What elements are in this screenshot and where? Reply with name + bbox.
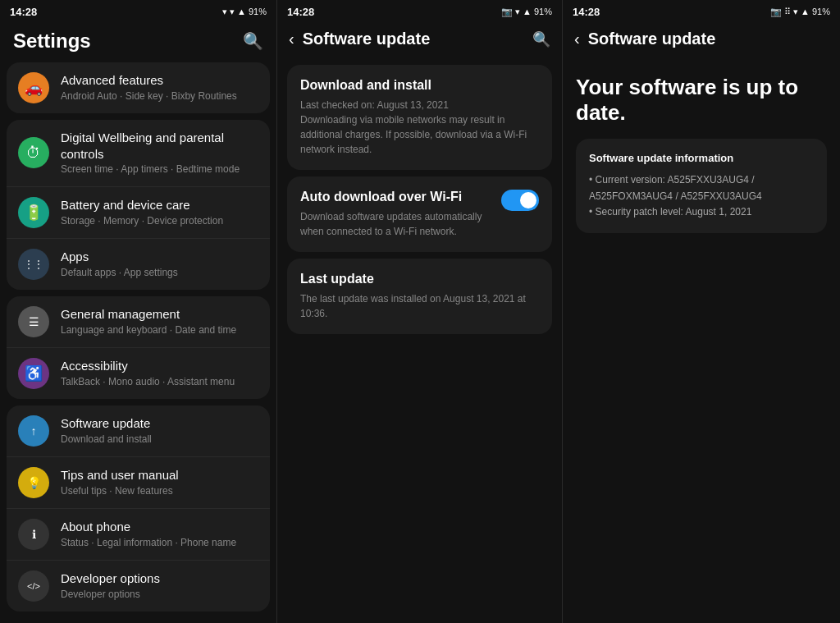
about-icon: ℹ [18, 519, 49, 550]
advanced-title: Advanced features [61, 72, 258, 89]
up-to-date-panel-title: Software update [588, 30, 829, 48]
settings-item-developer[interactable]: </> Developer options Developer options [7, 561, 270, 612]
software-update-subtitle: Download and install [61, 433, 258, 447]
update-info-text: • Current version: A525FXXU3AUG4 / A525F… [589, 172, 814, 220]
up-to-date-panel: 14:28 📷 ⠿ ▾ ▲ 91% ‹ Software update Your… [563, 0, 840, 623]
update-content: Download and install Last checked on: Au… [277, 58, 562, 623]
battery-icon: 🔋 [18, 197, 49, 228]
software-update-panel: 14:28 📷 ▾ ▲ 91% ‹ Software update 🔍 Down… [277, 0, 563, 623]
wellbeing-icon: ⏱ [18, 137, 49, 168]
settings-item-tips[interactable]: 💡 Tips and user manual Useful tips · New… [7, 457, 270, 509]
settings-item-advanced[interactable]: 🚗 Advanced features Android Auto · Side … [7, 62, 270, 113]
status-icons-3: 📷 ⠿ ▾ ▲ 91% [770, 7, 830, 17]
apps-icon: ⋮⋮ [18, 249, 49, 280]
settings-card-general: ☰ General management Language and keyboa… [7, 296, 270, 399]
accessibility-icon: ♿ [18, 358, 49, 389]
developer-title: Developer options [61, 570, 258, 587]
up-to-date-content: Your software is up to date. Software up… [563, 58, 840, 623]
software-update-header: ‹ Software update 🔍 [277, 23, 562, 58]
auto-download-toggle[interactable] [501, 190, 539, 211]
settings-card-middle: ⏱ Digital Wellbeing and parental control… [7, 120, 270, 290]
settings-panel: 14:28 ▾ ▾ ▲ 91% Settings 🔍 🚗 Advanced fe… [0, 0, 277, 623]
last-update-title: Last update [300, 272, 539, 286]
apps-subtitle: Default apps · App settings [61, 267, 258, 280]
accessibility-title: Accessibility [61, 358, 258, 374]
up-to-date-header: ‹ Software update [563, 23, 840, 58]
apps-title: Apps [61, 249, 258, 265]
status-bar-2: 14:28 📷 ▾ ▲ 91% [277, 0, 562, 23]
update-info-card: Software update information • Current ve… [576, 139, 827, 233]
settings-card-bottom: ↑ Software update Download and install 💡… [7, 405, 270, 612]
developer-subtitle: Developer options [61, 589, 258, 602]
tips-icon: 💡 [18, 467, 49, 498]
battery-title: Battery and device care [61, 197, 258, 213]
software-update-icon: ↑ [18, 415, 49, 447]
download-install-desc: Last checked on: August 13, 2021Download… [300, 98, 539, 157]
accessibility-subtitle: TalkBack · Mono audio · Assistant menu [61, 376, 258, 389]
battery-subtitle: Storage · Memory · Device protection [61, 215, 258, 228]
general-subtitle: Language and keyboard · Date and time [61, 324, 258, 337]
settings-item-general[interactable]: ☰ General management Language and keyboa… [7, 296, 270, 348]
status-icons-1: ▾ ▾ ▲ 91% [222, 7, 267, 17]
last-update-desc: The last update was installed on August … [300, 291, 539, 321]
auto-download-title: Auto download over Wi-Fi [300, 190, 491, 204]
settings-item-accessibility[interactable]: ♿ Accessibility TalkBack · Mono audio · … [7, 348, 270, 399]
last-update-card: Last update The last update was installe… [287, 259, 552, 334]
tips-title: Tips and user manual [61, 467, 258, 483]
settings-item-software[interactable]: ↑ Software update Download and install [7, 405, 270, 457]
advanced-icon: 🚗 [18, 72, 49, 103]
wellbeing-subtitle: Screen time · App timers · Bedtime mode [61, 163, 258, 176]
software-update-title: Software update [303, 30, 532, 48]
back-button-2[interactable]: ‹ [289, 30, 294, 48]
download-install-title: Download and install [300, 78, 539, 93]
software-update-title: Software update [61, 415, 258, 432]
about-subtitle: Status · Legal information · Phone name [61, 537, 258, 550]
back-button-3[interactable]: ‹ [574, 30, 580, 48]
settings-item-battery[interactable]: 🔋 Battery and device care Storage · Memo… [7, 187, 270, 239]
settings-item-apps[interactable]: ⋮⋮ Apps Default apps · App settings [7, 239, 270, 290]
settings-card-advanced: 🚗 Advanced features Android Auto · Side … [7, 62, 270, 113]
settings-search-button[interactable]: 🔍 [243, 31, 263, 51]
download-install-card[interactable]: Download and install Last checked on: Au… [287, 65, 552, 170]
general-title: General management [61, 306, 258, 323]
time-1: 14:28 [10, 6, 37, 18]
status-bar-3: 14:28 📷 ⠿ ▾ ▲ 91% [563, 0, 840, 23]
status-icons-2: 📷 ▾ ▲ 91% [501, 7, 552, 17]
time-3: 14:28 [573, 6, 600, 18]
auto-download-card: Auto download over Wi-Fi Download softwa… [287, 176, 552, 252]
time-2: 14:28 [287, 6, 314, 18]
up-to-date-message: Your software is up to date. [576, 75, 827, 126]
wellbeing-title: Digital Wellbeing and parental controls [61, 130, 258, 162]
tips-subtitle: Useful tips · New features [61, 485, 258, 498]
status-bar-1: 14:28 ▾ ▾ ▲ 91% [0, 0, 276, 23]
update-info-label: Software update information [589, 152, 814, 164]
software-search-button[interactable]: 🔍 [532, 30, 550, 48]
settings-header: Settings 🔍 [0, 23, 276, 62]
settings-list: 🚗 Advanced features Android Auto · Side … [0, 62, 276, 623]
about-title: About phone [61, 519, 258, 535]
advanced-subtitle: Android Auto · Side key · Bixby Routines [61, 90, 258, 103]
settings-title: Settings [13, 30, 91, 53]
auto-download-desc: Download software updates automatically … [300, 209, 491, 239]
general-icon: ☰ [18, 306, 49, 337]
settings-item-wellbeing[interactable]: ⏱ Digital Wellbeing and parental control… [7, 120, 270, 187]
developer-icon: </> [18, 570, 49, 602]
settings-item-about[interactable]: ℹ About phone Status · Legal information… [7, 509, 270, 561]
